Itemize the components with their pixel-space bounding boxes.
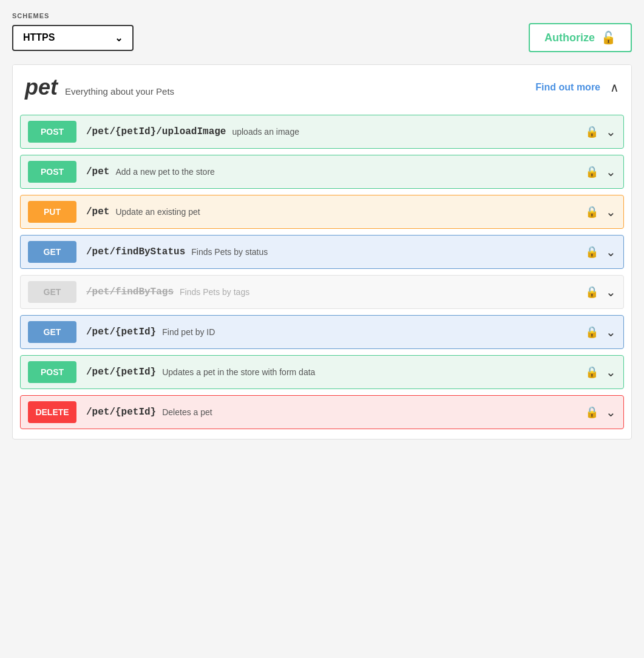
- endpoint-row[interactable]: DELETE /pet/{petId} Deletes a pet 🔒 ⌄: [20, 395, 624, 429]
- endpoint-row-right: 🔒 ⌄: [585, 205, 616, 219]
- method-badge-post-0: POST: [28, 121, 76, 143]
- endpoint-path: /pet/{petId}: [86, 327, 156, 337]
- endpoint-path: /pet/{petId}: [86, 407, 156, 418]
- endpoint-row-right: 🔒 ⌄: [585, 365, 616, 379]
- endpoint-row-right: 🔒 ⌄: [585, 405, 616, 419]
- endpoint-path: /pet: [86, 206, 109, 217]
- endpoint-row-right: 🔒 ⌄: [585, 164, 616, 179]
- endpoint-list: POST /pet/{petId}/uploadImage uploads an…: [13, 110, 631, 439]
- authorize-lock-icon: 🔓: [601, 30, 616, 45]
- endpoint-description: Updates a pet in the store with form dat…: [162, 367, 315, 377]
- pet-section-title: pet: [25, 75, 58, 100]
- endpoint-row-right: 🔒 ⌄: [585, 325, 616, 339]
- endpoint-row-right: 🔒 ⌄: [585, 124, 616, 139]
- pet-header-left: pet Everything about your Pets: [25, 75, 174, 100]
- method-badge-get-5: GET: [28, 321, 76, 343]
- pet-section: pet Everything about your Pets Find out …: [12, 64, 632, 439]
- method-badge-put-2: PUT: [28, 201, 76, 223]
- pet-section-subtitle: Everything about your Pets: [65, 86, 174, 97]
- method-badge-get-4: GET: [28, 281, 76, 303]
- endpoint-row-right: 🔒 ⌄: [585, 245, 616, 259]
- authorize-button[interactable]: Authorize 🔓: [529, 23, 632, 52]
- endpoint-description: Deletes a pet: [162, 407, 212, 417]
- find-out-more-link[interactable]: Find out more: [535, 82, 600, 93]
- endpoint-expand-icon[interactable]: ⌄: [606, 124, 616, 139]
- endpoint-description: Update an existing pet: [115, 207, 200, 217]
- top-bar: HTTPS ⌄ Authorize 🔓: [12, 23, 632, 52]
- endpoint-row[interactable]: GET /pet/findByTags Finds Pets by tags 🔒…: [20, 275, 624, 309]
- endpoint-path: /pet/{petId}: [86, 367, 156, 378]
- method-badge-post-6: POST: [28, 361, 76, 383]
- endpoint-description: Finds Pets by tags: [180, 287, 249, 297]
- pet-section-header[interactable]: pet Everything about your Pets Find out …: [13, 65, 631, 110]
- endpoint-lock-icon: 🔒: [585, 365, 598, 379]
- endpoint-row[interactable]: POST /pet Add a new pet to the store 🔒 ⌄: [20, 155, 624, 189]
- endpoint-description: uploads an image: [232, 127, 299, 137]
- endpoint-expand-icon[interactable]: ⌄: [606, 245, 616, 259]
- endpoint-row[interactable]: PUT /pet Update an existing pet 🔒 ⌄: [20, 195, 624, 229]
- endpoint-expand-icon[interactable]: ⌄: [606, 205, 616, 219]
- schemes-label: SCHEMES: [12, 12, 632, 19]
- endpoint-lock-icon: 🔒: [585, 125, 598, 138]
- pet-header-right: Find out more ∧: [535, 80, 619, 95]
- endpoint-row[interactable]: POST /pet/{petId} Updates a pet in the s…: [20, 355, 624, 389]
- endpoint-description: Add a new pet to the store: [115, 167, 214, 177]
- endpoint-lock-icon: 🔒: [585, 205, 598, 219]
- endpoint-path: /pet/{petId}/uploadImage: [86, 126, 226, 137]
- endpoint-expand-icon[interactable]: ⌄: [606, 164, 616, 179]
- endpoint-row[interactable]: GET /pet/{petId} Find pet by ID 🔒 ⌄: [20, 315, 624, 349]
- endpoint-expand-icon[interactable]: ⌄: [606, 405, 616, 419]
- endpoint-path: /pet: [86, 166, 109, 177]
- endpoint-lock-icon: 🔒: [585, 245, 598, 259]
- endpoint-description: Finds Pets by status: [191, 247, 268, 257]
- endpoint-expand-icon[interactable]: ⌄: [606, 285, 616, 299]
- authorize-label: Authorize: [544, 32, 595, 44]
- method-badge-get-3: GET: [28, 241, 76, 263]
- endpoint-expand-icon[interactable]: ⌄: [606, 325, 616, 339]
- endpoint-row[interactable]: POST /pet/{petId}/uploadImage uploads an…: [20, 115, 624, 149]
- endpoint-path: /pet/findByStatus: [86, 246, 185, 257]
- scheme-selected-value: HTTPS: [23, 32, 55, 43]
- scheme-chevron-icon: ⌄: [115, 32, 123, 44]
- endpoint-expand-icon[interactable]: ⌄: [606, 365, 616, 379]
- endpoint-lock-icon: 🔒: [585, 325, 598, 339]
- endpoint-row-right: 🔒 ⌄: [585, 285, 616, 299]
- endpoint-description: Find pet by ID: [162, 327, 215, 337]
- scheme-select[interactable]: HTTPS ⌄: [12, 25, 134, 51]
- endpoint-lock-icon: 🔒: [585, 405, 598, 419]
- endpoint-path: /pet/findByTags: [86, 287, 174, 297]
- endpoint-lock-icon: 🔒: [585, 285, 598, 299]
- endpoint-row[interactable]: GET /pet/findByStatus Finds Pets by stat…: [20, 235, 624, 269]
- method-badge-delete-7: DELETE: [28, 401, 76, 423]
- collapse-chevron-icon[interactable]: ∧: [610, 80, 619, 95]
- endpoint-lock-icon: 🔒: [585, 165, 598, 178]
- method-badge-post-1: POST: [28, 161, 76, 183]
